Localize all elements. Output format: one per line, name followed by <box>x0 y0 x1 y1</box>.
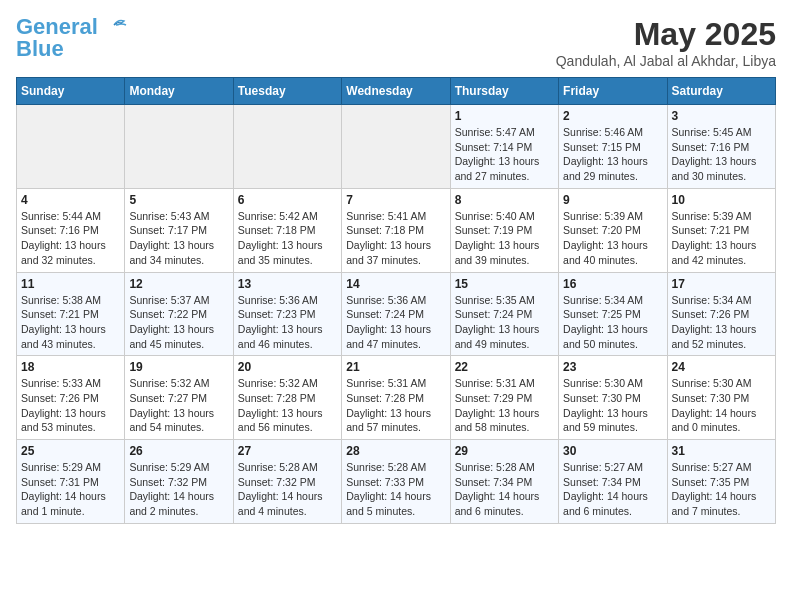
day-info: Sunrise: 5:31 AMSunset: 7:28 PMDaylight:… <box>346 376 445 435</box>
calendar-table: SundayMondayTuesdayWednesdayThursdayFrid… <box>16 77 776 524</box>
day-number: 13 <box>238 277 337 291</box>
calendar-cell <box>342 105 450 189</box>
calendar-week-row: 18Sunrise: 5:33 AMSunset: 7:26 PMDayligh… <box>17 356 776 440</box>
day-number: 7 <box>346 193 445 207</box>
location-subtitle: Qandulah, Al Jabal al Akhdar, Libya <box>556 53 776 69</box>
calendar-cell: 29Sunrise: 5:28 AMSunset: 7:34 PMDayligh… <box>450 440 558 524</box>
day-info: Sunrise: 5:39 AMSunset: 7:21 PMDaylight:… <box>672 209 771 268</box>
calendar-cell <box>125 105 233 189</box>
day-info: Sunrise: 5:46 AMSunset: 7:15 PMDaylight:… <box>563 125 662 184</box>
day-number: 21 <box>346 360 445 374</box>
day-number: 8 <box>455 193 554 207</box>
calendar-cell: 21Sunrise: 5:31 AMSunset: 7:28 PMDayligh… <box>342 356 450 440</box>
day-info: Sunrise: 5:33 AMSunset: 7:26 PMDaylight:… <box>21 376 120 435</box>
weekday-header-monday: Monday <box>125 78 233 105</box>
calendar-cell: 9Sunrise: 5:39 AMSunset: 7:20 PMDaylight… <box>559 188 667 272</box>
calendar-cell: 6Sunrise: 5:42 AMSunset: 7:18 PMDaylight… <box>233 188 341 272</box>
day-info: Sunrise: 5:45 AMSunset: 7:16 PMDaylight:… <box>672 125 771 184</box>
day-info: Sunrise: 5:37 AMSunset: 7:22 PMDaylight:… <box>129 293 228 352</box>
page-header: GeneralBlue May 2025 Qandulah, Al Jabal … <box>16 16 776 69</box>
weekday-header-saturday: Saturday <box>667 78 775 105</box>
day-info: Sunrise: 5:32 AMSunset: 7:27 PMDaylight:… <box>129 376 228 435</box>
day-number: 3 <box>672 109 771 123</box>
calendar-cell: 15Sunrise: 5:35 AMSunset: 7:24 PMDayligh… <box>450 272 558 356</box>
day-info: Sunrise: 5:36 AMSunset: 7:23 PMDaylight:… <box>238 293 337 352</box>
day-number: 28 <box>346 444 445 458</box>
day-info: Sunrise: 5:34 AMSunset: 7:26 PMDaylight:… <box>672 293 771 352</box>
weekday-header-tuesday: Tuesday <box>233 78 341 105</box>
weekday-header-friday: Friday <box>559 78 667 105</box>
day-number: 12 <box>129 277 228 291</box>
calendar-cell: 17Sunrise: 5:34 AMSunset: 7:26 PMDayligh… <box>667 272 775 356</box>
day-info: Sunrise: 5:34 AMSunset: 7:25 PMDaylight:… <box>563 293 662 352</box>
day-info: Sunrise: 5:29 AMSunset: 7:32 PMDaylight:… <box>129 460 228 519</box>
calendar-cell: 11Sunrise: 5:38 AMSunset: 7:21 PMDayligh… <box>17 272 125 356</box>
day-info: Sunrise: 5:28 AMSunset: 7:32 PMDaylight:… <box>238 460 337 519</box>
calendar-cell: 28Sunrise: 5:28 AMSunset: 7:33 PMDayligh… <box>342 440 450 524</box>
calendar-cell: 30Sunrise: 5:27 AMSunset: 7:34 PMDayligh… <box>559 440 667 524</box>
day-number: 25 <box>21 444 120 458</box>
day-number: 26 <box>129 444 228 458</box>
day-info: Sunrise: 5:43 AMSunset: 7:17 PMDaylight:… <box>129 209 228 268</box>
calendar-cell: 12Sunrise: 5:37 AMSunset: 7:22 PMDayligh… <box>125 272 233 356</box>
day-number: 17 <box>672 277 771 291</box>
day-info: Sunrise: 5:47 AMSunset: 7:14 PMDaylight:… <box>455 125 554 184</box>
day-info: Sunrise: 5:32 AMSunset: 7:28 PMDaylight:… <box>238 376 337 435</box>
calendar-cell: 14Sunrise: 5:36 AMSunset: 7:24 PMDayligh… <box>342 272 450 356</box>
day-info: Sunrise: 5:29 AMSunset: 7:31 PMDaylight:… <box>21 460 120 519</box>
day-number: 2 <box>563 109 662 123</box>
weekday-header-row: SundayMondayTuesdayWednesdayThursdayFrid… <box>17 78 776 105</box>
day-number: 9 <box>563 193 662 207</box>
calendar-cell: 8Sunrise: 5:40 AMSunset: 7:19 PMDaylight… <box>450 188 558 272</box>
weekday-header-sunday: Sunday <box>17 78 125 105</box>
calendar-cell: 25Sunrise: 5:29 AMSunset: 7:31 PMDayligh… <box>17 440 125 524</box>
day-number: 22 <box>455 360 554 374</box>
calendar-week-row: 1Sunrise: 5:47 AMSunset: 7:14 PMDaylight… <box>17 105 776 189</box>
day-info: Sunrise: 5:42 AMSunset: 7:18 PMDaylight:… <box>238 209 337 268</box>
title-block: May 2025 Qandulah, Al Jabal al Akhdar, L… <box>556 16 776 69</box>
day-number: 15 <box>455 277 554 291</box>
day-info: Sunrise: 5:35 AMSunset: 7:24 PMDaylight:… <box>455 293 554 352</box>
calendar-cell: 22Sunrise: 5:31 AMSunset: 7:29 PMDayligh… <box>450 356 558 440</box>
calendar-cell: 3Sunrise: 5:45 AMSunset: 7:16 PMDaylight… <box>667 105 775 189</box>
calendar-week-row: 11Sunrise: 5:38 AMSunset: 7:21 PMDayligh… <box>17 272 776 356</box>
day-number: 10 <box>672 193 771 207</box>
day-number: 30 <box>563 444 662 458</box>
logo-bird-icon <box>100 17 128 41</box>
day-number: 24 <box>672 360 771 374</box>
day-number: 11 <box>21 277 120 291</box>
day-info: Sunrise: 5:30 AMSunset: 7:30 PMDaylight:… <box>672 376 771 435</box>
calendar-cell <box>17 105 125 189</box>
calendar-cell: 31Sunrise: 5:27 AMSunset: 7:35 PMDayligh… <box>667 440 775 524</box>
calendar-week-row: 25Sunrise: 5:29 AMSunset: 7:31 PMDayligh… <box>17 440 776 524</box>
calendar-cell: 24Sunrise: 5:30 AMSunset: 7:30 PMDayligh… <box>667 356 775 440</box>
logo: GeneralBlue <box>16 16 128 60</box>
calendar-cell: 19Sunrise: 5:32 AMSunset: 7:27 PMDayligh… <box>125 356 233 440</box>
day-info: Sunrise: 5:40 AMSunset: 7:19 PMDaylight:… <box>455 209 554 268</box>
calendar-cell: 23Sunrise: 5:30 AMSunset: 7:30 PMDayligh… <box>559 356 667 440</box>
day-number: 29 <box>455 444 554 458</box>
calendar-cell: 10Sunrise: 5:39 AMSunset: 7:21 PMDayligh… <box>667 188 775 272</box>
calendar-cell: 27Sunrise: 5:28 AMSunset: 7:32 PMDayligh… <box>233 440 341 524</box>
day-number: 19 <box>129 360 228 374</box>
day-number: 6 <box>238 193 337 207</box>
calendar-cell: 2Sunrise: 5:46 AMSunset: 7:15 PMDaylight… <box>559 105 667 189</box>
day-info: Sunrise: 5:28 AMSunset: 7:33 PMDaylight:… <box>346 460 445 519</box>
calendar-cell: 18Sunrise: 5:33 AMSunset: 7:26 PMDayligh… <box>17 356 125 440</box>
day-info: Sunrise: 5:39 AMSunset: 7:20 PMDaylight:… <box>563 209 662 268</box>
calendar-cell: 26Sunrise: 5:29 AMSunset: 7:32 PMDayligh… <box>125 440 233 524</box>
calendar-cell: 1Sunrise: 5:47 AMSunset: 7:14 PMDaylight… <box>450 105 558 189</box>
day-info: Sunrise: 5:30 AMSunset: 7:30 PMDaylight:… <box>563 376 662 435</box>
calendar-week-row: 4Sunrise: 5:44 AMSunset: 7:16 PMDaylight… <box>17 188 776 272</box>
day-info: Sunrise: 5:38 AMSunset: 7:21 PMDaylight:… <box>21 293 120 352</box>
day-number: 20 <box>238 360 337 374</box>
calendar-cell <box>233 105 341 189</box>
calendar-cell: 20Sunrise: 5:32 AMSunset: 7:28 PMDayligh… <box>233 356 341 440</box>
calendar-cell: 13Sunrise: 5:36 AMSunset: 7:23 PMDayligh… <box>233 272 341 356</box>
day-info: Sunrise: 5:27 AMSunset: 7:34 PMDaylight:… <box>563 460 662 519</box>
day-number: 16 <box>563 277 662 291</box>
day-number: 1 <box>455 109 554 123</box>
weekday-header-thursday: Thursday <box>450 78 558 105</box>
day-number: 14 <box>346 277 445 291</box>
day-info: Sunrise: 5:36 AMSunset: 7:24 PMDaylight:… <box>346 293 445 352</box>
